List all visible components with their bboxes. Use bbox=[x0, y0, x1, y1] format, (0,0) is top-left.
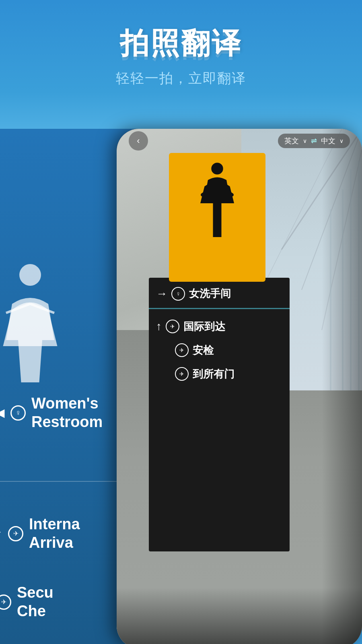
secu-text: Secu Che bbox=[17, 584, 53, 620]
sign-row-gates: ✈ 到所有门 bbox=[149, 363, 290, 387]
left-divider-1 bbox=[0, 481, 137, 482]
internat-icon: ✈ bbox=[8, 526, 23, 541]
arrow-right-womens: → bbox=[156, 287, 167, 300]
secu-section: ✈ Secu Che bbox=[0, 584, 53, 628]
page-container: 拍照翻译 拍照翻译 轻轻一拍，立即翻译 ◀ ♀ Women's bbox=[0, 0, 362, 644]
black-sign-panel: → ♀ 女洗手间 ↑ ✈ 国际到达 ✈ 安检 bbox=[149, 278, 290, 551]
camera-view: → ♀ 女洗手间 ↑ ✈ 国际到达 ✈ 安检 bbox=[117, 129, 362, 644]
main-title: 拍照翻译 bbox=[120, 24, 242, 63]
teal-divider bbox=[149, 308, 290, 309]
woman-icon-left bbox=[0, 262, 64, 386]
subtitle: 轻轻一拍，立即翻译 bbox=[0, 69, 362, 88]
womens-icon: ♀ bbox=[10, 405, 26, 421]
svg-rect-8 bbox=[342, 189, 343, 390]
arrow-up-internat: ↑ bbox=[156, 320, 162, 333]
internat-circle-icon: ✈ bbox=[166, 320, 179, 333]
language-selector[interactable]: 英文 ∨ ⇌ 中文 ∨ bbox=[278, 134, 350, 148]
svg-rect-10 bbox=[358, 161, 360, 390]
womens-text: Women's Restroom bbox=[31, 394, 103, 431]
svg-rect-9 bbox=[350, 169, 352, 390]
lang-to-chevron: ∨ bbox=[339, 138, 343, 144]
sign-row-womens: → ♀ 女洗手间 bbox=[149, 278, 290, 306]
secu-icon: ✈ bbox=[0, 594, 11, 610]
secu-cn-text: 安检 bbox=[193, 343, 214, 357]
womens-circle-icon: ♀ bbox=[171, 287, 185, 301]
header-area: 拍照翻译 轻轻一拍，立即翻译 bbox=[0, 24, 362, 88]
svg-point-0 bbox=[19, 264, 41, 286]
bg-womens-section: ◀ ♀ Women's Restroom bbox=[0, 394, 103, 439]
svg-rect-7 bbox=[330, 209, 331, 390]
lang-to-label[interactable]: 中文 bbox=[321, 136, 335, 146]
internat-cn-text: 国际到达 bbox=[183, 320, 225, 334]
sign-row-internat: ↑ ✈ 国际到达 bbox=[149, 311, 290, 339]
internat-arrow: ↑ bbox=[0, 526, 2, 541]
lang-from-chevron: ∨ bbox=[303, 138, 307, 144]
phone-mockup: → ♀ 女洗手间 ↑ ✈ 国际到达 ✈ 安检 bbox=[117, 129, 362, 644]
back-button[interactable]: ‹ bbox=[129, 131, 148, 151]
lang-from-label[interactable]: 英文 bbox=[284, 136, 299, 146]
gates-cn-text: 到所有门 bbox=[193, 367, 234, 381]
womens-cn-text: 女洗手间 bbox=[189, 287, 231, 301]
yellow-sign-panel bbox=[169, 153, 265, 282]
gates-circle-icon: ✈ bbox=[175, 367, 189, 381]
svg-point-11 bbox=[211, 163, 223, 174]
internat-text: Interna Arriva bbox=[29, 515, 80, 552]
internat-section: ↑ ✈ Interna Arriva bbox=[0, 515, 80, 560]
lang-swap-icon[interactable]: ⇌ bbox=[311, 136, 317, 145]
sign-row-secu: ✈ 安检 bbox=[149, 339, 290, 363]
secu-circle-icon: ✈ bbox=[175, 343, 189, 357]
svg-line-4 bbox=[302, 129, 362, 290]
woman-svg-yellow bbox=[195, 161, 239, 246]
